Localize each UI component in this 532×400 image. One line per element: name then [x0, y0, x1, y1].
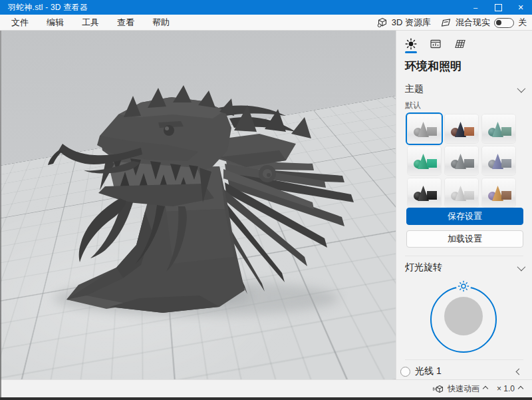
theme-cube [464, 127, 474, 136]
mixed-reality-label: 混合现实 [456, 17, 490, 29]
mr-headset-icon [440, 18, 452, 27]
chevron-up-icon [518, 386, 523, 391]
mixed-reality-state-label: 关 [518, 17, 527, 29]
3d-library-button[interactable]: 3D 资源库 [377, 17, 431, 29]
theme-tile-2[interactable] [445, 114, 478, 143]
menubar: 文件 编辑 工具 查看 帮助 3D 资源库 混合现实 关 [0, 15, 532, 31]
panel-title: 环境和照明 [405, 59, 462, 74]
titlebar: 羽蛇神.stl - 3D 查看器 – ✕ [0, 0, 532, 15]
menu-edit[interactable]: 编辑 [40, 17, 70, 29]
theme-cone [418, 122, 429, 137]
menu-file[interactable]: 文件 [5, 17, 35, 29]
divider [405, 256, 523, 256]
theme-cube [427, 127, 437, 136]
3d-library-label: 3D 资源库 [392, 17, 431, 29]
theme-sphere [414, 128, 422, 136]
theme-tile-3[interactable] [482, 114, 515, 143]
animation-speed-control[interactable]: 快速动画 [432, 383, 487, 395]
settings-panel: 环境和照明 主题 默认 [396, 31, 532, 379]
dial-knob[interactable] [444, 297, 483, 335]
statusbar: 快速动画 × 1.0 [0, 379, 532, 397]
zoom-speed-control[interactable]: × 1.0 [497, 384, 523, 393]
stats-panel-icon [430, 38, 442, 50]
cube-3d-icon [377, 17, 388, 28]
theme-tile-8[interactable] [445, 178, 478, 207]
light-rotation-label: 灯光旋转 [405, 262, 442, 274]
theme-cube [501, 159, 511, 168]
tab-environment-lighting[interactable] [405, 36, 417, 52]
tab-grid-views[interactable] [454, 36, 466, 52]
theme-tile-6[interactable] [482, 146, 515, 175]
light-rotation-dial[interactable] [430, 286, 497, 353]
theme-tile-7[interactable] [408, 178, 441, 207]
theme-cube [501, 191, 511, 200]
sun-icon [458, 280, 469, 292]
theme-cube [501, 127, 511, 136]
minimize-button[interactable]: – [464, 0, 487, 15]
eye [164, 125, 174, 136]
light1-row[interactable]: 光线 1 [396, 363, 532, 379]
light1-color-swatch[interactable] [400, 367, 410, 377]
theme-group-label: 默认 [405, 100, 421, 111]
maximize-icon [495, 4, 502, 11]
theme-cube [427, 159, 437, 168]
chevron-down-icon [517, 262, 526, 271]
window-controls: – ✕ [464, 0, 532, 15]
window-title: 羽蛇神.stl - 3D 查看器 [8, 2, 88, 13]
close-button[interactable]: ✕ [509, 0, 532, 15]
grid-icon [454, 38, 466, 50]
viewport-3d[interactable] [0, 31, 396, 379]
theme-grid [408, 114, 515, 207]
sun-icon [405, 38, 417, 50]
divider [405, 359, 523, 360]
animated-cube-icon [432, 385, 444, 393]
chevron-left-icon [516, 368, 523, 375]
theme-section-header[interactable]: 主题 [405, 83, 523, 96]
animation-label: 快速动画 [448, 383, 479, 395]
menu-view[interactable]: 查看 [110, 17, 141, 29]
chevron-up-icon [483, 386, 488, 391]
theme-cube [427, 191, 437, 200]
tab-stats[interactable] [430, 36, 442, 52]
load-settings-button[interactable]: 加载设置 [406, 230, 523, 248]
theme-tile-1[interactable] [408, 114, 441, 143]
model-3d-quetzalcoatl[interactable] [0, 31, 396, 379]
maximize-button[interactable] [487, 0, 509, 15]
theme-tile-4[interactable] [408, 146, 441, 175]
theme-cube [464, 159, 474, 168]
menu-tools[interactable]: 工具 [75, 17, 106, 29]
theme-tile-5[interactable] [445, 146, 478, 175]
toggle-knob [496, 20, 501, 25]
app-window: 羽蛇神.stl - 3D 查看器 – ✕ 文件 编辑 工具 查看 帮助 3D 资… [0, 0, 532, 400]
light1-label: 光线 1 [415, 365, 442, 377]
panel-tabs [405, 36, 466, 52]
menubar-right: 3D 资源库 混合现实 关 [377, 15, 527, 31]
window-bottom-edge [0, 397, 532, 400]
menu-help[interactable]: 帮助 [146, 17, 176, 29]
theme-tile-9[interactable] [482, 178, 515, 207]
save-settings-button[interactable]: 保存设置 [406, 208, 523, 225]
chevron-down-icon [517, 84, 526, 93]
mixed-reality-toggle[interactable] [494, 18, 514, 28]
theme-cube [464, 191, 474, 200]
speed-label: × 1.0 [497, 384, 515, 393]
theme-label: 主题 [405, 83, 424, 95]
mixed-reality-control: 混合现实 关 [440, 17, 527, 29]
dial-sun [456, 279, 471, 294]
light-rotation-header[interactable]: 灯光旋转 [405, 261, 523, 274]
window-left-edge [0, 31, 1, 397]
